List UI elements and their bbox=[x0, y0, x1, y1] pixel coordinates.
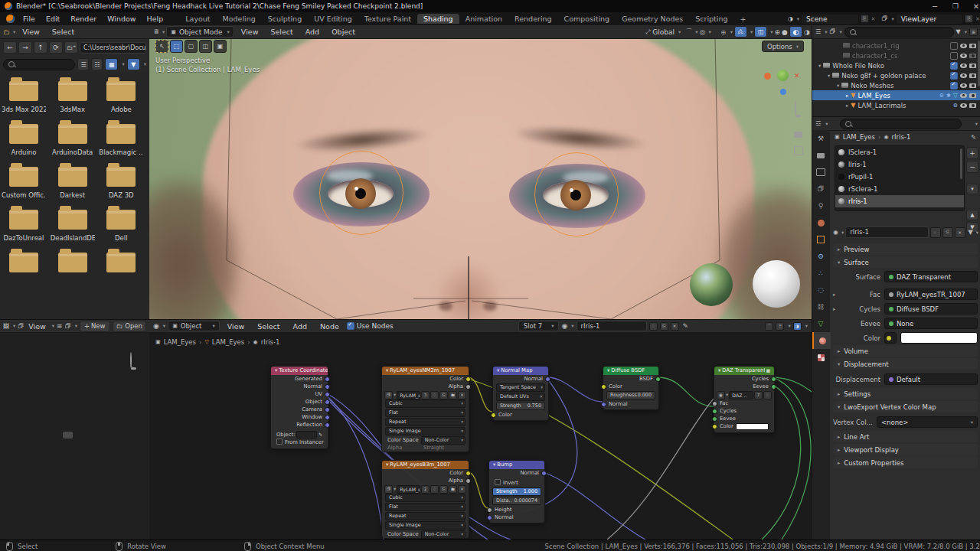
nodegroup-browse-icon[interactable]: ◉ bbox=[717, 391, 725, 399]
unlink-material-icon[interactable]: ✕ bbox=[671, 322, 679, 331]
users-count[interactable]: 2 bbox=[421, 485, 430, 494]
cursor-tool-button[interactable]: ▣ bbox=[214, 40, 227, 53]
shader-menu-add[interactable]: Add bbox=[288, 322, 312, 331]
gizmo-axis-z-icon[interactable]: ✕ bbox=[794, 72, 800, 80]
mode-dropdown[interactable]: ▣ Object Mode▾ bbox=[166, 26, 234, 37]
tab-output[interactable] bbox=[812, 164, 829, 181]
source-dropdown[interactable]: Single Image▾ bbox=[385, 521, 466, 530]
pin-icon[interactable]: ✎ bbox=[683, 322, 689, 330]
image-editor-type-icon[interactable]: 🖽 bbox=[3, 323, 9, 330]
delete-scene-icon[interactable]: ✕ bbox=[871, 16, 876, 22]
tab-tool[interactable]: ⚒ bbox=[812, 130, 829, 147]
file-browser-menu-view[interactable]: View bbox=[17, 28, 45, 36]
preview-shading-icon[interactable]: ◑ bbox=[793, 322, 802, 331]
new-scene-icon[interactable]: ⎘ bbox=[861, 15, 869, 23]
panel-preview[interactable]: ▸Preview bbox=[833, 243, 978, 255]
select-lasso-tool-button[interactable]: ◫ bbox=[199, 40, 212, 53]
unlink-icon[interactable]: ✕ bbox=[458, 391, 466, 399]
folder-item[interactable]: Blackmagic ... bbox=[99, 124, 143, 156]
space-dropdown[interactable]: Tangent Space▾ bbox=[496, 383, 545, 392]
select-circle-tool-button[interactable]: ▢ bbox=[185, 40, 198, 53]
socket-camera[interactable] bbox=[325, 407, 330, 412]
interpolation-dropdown[interactable]: Cubic▾ bbox=[385, 399, 466, 408]
socket-color[interactable] bbox=[466, 471, 471, 476]
panel-viewport-display[interactable]: ▸Viewport Display bbox=[833, 444, 978, 455]
gizmo-axis-minus-icon[interactable] bbox=[780, 89, 786, 95]
copy-material-icon[interactable]: ⎘ bbox=[942, 227, 953, 238]
tab-constraints[interactable]: ⛓ bbox=[812, 298, 829, 315]
menu-render[interactable]: Render bbox=[65, 15, 102, 23]
outliner-filter-icon[interactable]: ▼ bbox=[956, 28, 961, 35]
material-browse-icon[interactable]: ◉ bbox=[833, 229, 838, 236]
socket-alpha[interactable] bbox=[466, 384, 471, 390]
exclude-checkbox[interactable] bbox=[950, 42, 958, 50]
hide-eye-icon[interactable] bbox=[960, 44, 967, 48]
socket-color-in[interactable] bbox=[491, 412, 496, 418]
expand-arrow-icon[interactable]: ▾ bbox=[828, 73, 830, 79]
tab-world[interactable] bbox=[812, 214, 829, 231]
shader-editor[interactable]: ◉▾ ▣ Object▾ View Select Add Node Use No… bbox=[149, 319, 812, 540]
viewlayer-selector[interactable]: 🗇▾ ViewLayer ⎘ ✕ bbox=[881, 15, 980, 24]
snap-magnet-icon[interactable]: ⌒ bbox=[685, 27, 692, 37]
add-slot-button[interactable]: + bbox=[966, 147, 978, 159]
slot-riris-active[interactable]: rIris-1 bbox=[835, 195, 964, 207]
tab-object-data[interactable]: ▽ bbox=[812, 315, 829, 332]
node-graph-area[interactable]: ▣ LAM_Eyes › ▽ LAM_Eyes › ◉ rIris-1 bbox=[149, 332, 812, 540]
folder-item[interactable]: Custom Offic... bbox=[2, 167, 46, 199]
viewport-menu-select[interactable]: Select bbox=[265, 28, 298, 36]
copy-icon[interactable]: ⎘ bbox=[439, 391, 448, 399]
folder-item[interactable] bbox=[2, 253, 46, 272]
close-button[interactable]: ✕ bbox=[968, 2, 980, 11]
slot-dropdown[interactable]: Slot 7▾ bbox=[518, 321, 560, 331]
material-filter-icon[interactable]: ▼ bbox=[969, 229, 973, 236]
scene-selector[interactable]: ◑▾ Scene ⎘ ✕ bbox=[788, 15, 876, 24]
slot-rsclera[interactable]: rSclera-1 bbox=[835, 183, 964, 195]
socket-color-in[interactable] bbox=[712, 424, 717, 429]
socket-alpha[interactable] bbox=[466, 478, 471, 484]
shading-rendered-icon[interactable]: ◑ bbox=[804, 28, 810, 36]
folder-item[interactable]: DAZ 3D bbox=[99, 167, 143, 199]
workspace-tab-rendering[interactable]: Rendering bbox=[508, 14, 558, 24]
socket-eevee-in[interactable] bbox=[712, 416, 717, 422]
material-browse-icon[interactable]: ◉ bbox=[561, 322, 567, 330]
transform-orientation-dropdown[interactable]: ⤢ Global▾ bbox=[645, 28, 681, 36]
exclude-checkbox[interactable] bbox=[950, 62, 958, 70]
users-count[interactable]: 7 bbox=[754, 391, 763, 399]
hide-eye-icon[interactable] bbox=[960, 93, 967, 98]
properties-options-dropdown[interactable]: ▾ bbox=[975, 121, 978, 127]
folder-item[interactable]: 3dsMax bbox=[51, 81, 95, 113]
shader-menu-node[interactable]: Node bbox=[315, 322, 345, 331]
forward-button[interactable]: → bbox=[18, 41, 32, 54]
panel-lwo-export[interactable]: ▾LwoExport Vertex Color Map bbox=[833, 401, 978, 412]
hide-eye-icon[interactable] bbox=[960, 73, 967, 78]
proportional-edit-icon[interactable]: ◎ bbox=[700, 28, 706, 36]
outliner-editor-type-icon[interactable]: ☰ bbox=[815, 28, 821, 35]
socket-bsdf-out[interactable] bbox=[655, 377, 661, 382]
color-space-dropdown[interactable]: Non-Color▾ bbox=[421, 530, 466, 539]
scene-name[interactable]: Scene bbox=[802, 15, 858, 24]
panel-surface[interactable]: ▾Surface bbox=[833, 256, 978, 268]
extension-dropdown[interactable]: Repeat▾ bbox=[385, 418, 466, 426]
from-instancer-checkbox[interactable] bbox=[276, 439, 283, 445]
fake-user-shield-icon[interactable]: ♢ bbox=[649, 322, 658, 331]
viewport-menu-object[interactable]: Object bbox=[326, 28, 361, 36]
copy-icon[interactable]: ⎘ bbox=[439, 485, 448, 494]
folder-item[interactable]: DeadIslandDE bbox=[51, 210, 95, 242]
color-swatch[interactable] bbox=[736, 423, 769, 430]
outliner-item-character1-rig[interactable]: character1_rig bbox=[812, 41, 980, 51]
workspace-tab-compositing[interactable]: Compositing bbox=[558, 14, 616, 24]
folder-item[interactable]: ArduinoData bbox=[51, 124, 95, 156]
image-editor-zoom-gizmo[interactable] bbox=[130, 353, 132, 367]
workspace-tab-geometry-nodes[interactable]: Geometry Nodes bbox=[616, 14, 689, 24]
panel-volume[interactable]: ▸Volume bbox=[833, 345, 978, 357]
delete-viewlayer-icon[interactable]: ✕ bbox=[975, 16, 980, 22]
socket-normal-in[interactable] bbox=[487, 515, 492, 520]
slot-lsclera[interactable]: lSclera-1 bbox=[835, 146, 964, 158]
viewport-menu-view[interactable]: View bbox=[236, 28, 264, 36]
slot-specials-dropdown[interactable]: ▾ bbox=[966, 184, 978, 194]
move-slot-up-button[interactable]: ▲ bbox=[966, 210, 978, 220]
node-texture-coordinate[interactable]: ▾ Texture Coordinate Generated Normal UV… bbox=[270, 366, 328, 449]
shader-menu-view[interactable]: View bbox=[222, 322, 250, 331]
outliner-display-mode-icon[interactable]: 🗇 bbox=[829, 28, 835, 35]
select-box-tool-button[interactable]: ⬚ bbox=[170, 40, 183, 53]
